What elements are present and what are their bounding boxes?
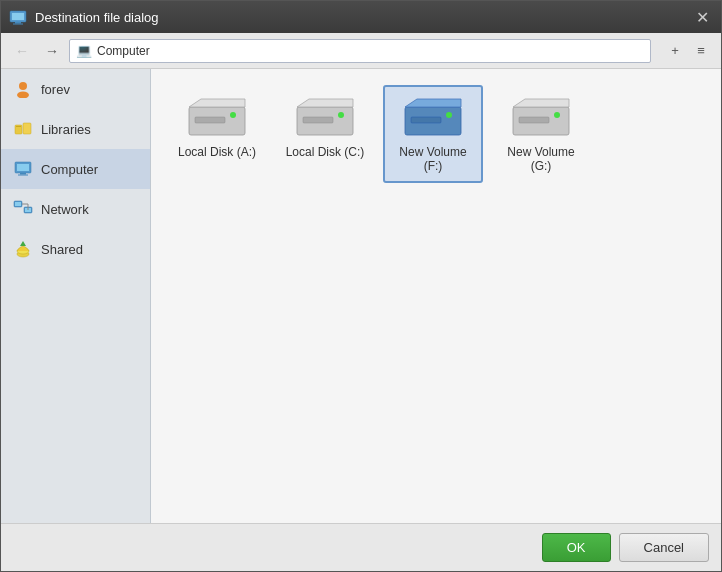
add-view-button[interactable]: + xyxy=(663,39,687,63)
disk-icon-c xyxy=(293,95,357,139)
svg-marker-23 xyxy=(189,99,245,107)
svg-marker-21 xyxy=(20,241,26,246)
svg-point-26 xyxy=(230,112,236,118)
sidebar-label-network: Network xyxy=(41,202,89,217)
ok-button[interactable]: OK xyxy=(542,533,611,562)
svg-point-38 xyxy=(554,112,560,118)
view-buttons: + ≡ xyxy=(663,39,713,63)
destination-file-dialog: Destination file dialog ✕ ← → 💻 Computer… xyxy=(0,0,722,572)
file-item-local-c[interactable]: Local Disk (C:) xyxy=(275,85,375,183)
svg-rect-37 xyxy=(519,117,549,123)
close-button[interactable]: ✕ xyxy=(691,6,713,28)
svg-rect-33 xyxy=(411,117,441,123)
file-label-local-c: Local Disk (C:) xyxy=(286,145,365,159)
sidebar-label-forev: forev xyxy=(41,82,70,97)
dialog-icon xyxy=(9,8,27,26)
svg-rect-25 xyxy=(195,117,225,123)
forward-button[interactable]: → xyxy=(39,38,65,64)
file-area: Local Disk (A:) Local Disk (C:) xyxy=(151,69,721,523)
main-content: forev Libraries xyxy=(1,69,721,523)
file-label-new-vol-f: New Volume (F:) xyxy=(391,145,475,173)
sidebar-item-shared[interactable]: Shared xyxy=(1,229,150,269)
svg-point-34 xyxy=(446,112,452,118)
svg-rect-3 xyxy=(13,24,23,25)
network-icon xyxy=(13,199,33,219)
libraries-icon xyxy=(13,119,33,139)
title-bar: Destination file dialog ✕ xyxy=(1,1,721,33)
svg-point-30 xyxy=(338,112,344,118)
svg-marker-36 xyxy=(513,99,569,107)
sidebar-item-computer[interactable]: Computer xyxy=(1,149,150,189)
svg-rect-14 xyxy=(15,202,21,206)
svg-rect-11 xyxy=(20,173,26,175)
computer-icon-sidebar xyxy=(13,159,33,179)
shared-icon xyxy=(13,239,33,259)
bottom-bar: OK Cancel xyxy=(1,523,721,571)
sidebar-item-forev[interactable]: forev xyxy=(1,69,150,109)
file-item-local-a[interactable]: Local Disk (A:) xyxy=(167,85,267,183)
sidebar-item-network[interactable]: Network xyxy=(1,189,150,229)
sidebar: forev Libraries xyxy=(1,69,151,523)
cancel-button[interactable]: Cancel xyxy=(619,533,709,562)
address-text: Computer xyxy=(97,44,150,58)
file-item-new-vol-f[interactable]: New Volume (F:) xyxy=(383,85,483,183)
back-button[interactable]: ← xyxy=(9,38,35,64)
sidebar-item-libraries[interactable]: Libraries xyxy=(1,109,150,149)
svg-rect-10 xyxy=(17,164,29,171)
svg-marker-32 xyxy=(405,99,461,107)
address-bar-icon: 💻 xyxy=(76,43,92,58)
sidebar-label-computer: Computer xyxy=(41,162,98,177)
svg-rect-1 xyxy=(12,13,24,20)
sidebar-label-libraries: Libraries xyxy=(41,122,91,137)
svg-point-5 xyxy=(17,92,29,99)
dialog-title: Destination file dialog xyxy=(35,10,691,25)
list-view-button[interactable]: ≡ xyxy=(689,39,713,63)
svg-marker-28 xyxy=(297,99,353,107)
user-icon xyxy=(13,79,33,99)
svg-rect-29 xyxy=(303,117,333,123)
file-label-local-a: Local Disk (A:) xyxy=(178,145,256,159)
sidebar-label-shared: Shared xyxy=(41,242,83,257)
toolbar: ← → 💻 Computer + ≡ xyxy=(1,33,721,69)
disk-icon-a xyxy=(185,95,249,139)
file-label-new-vol-g: New Volume (G:) xyxy=(499,145,583,173)
disk-icon-g xyxy=(509,95,573,139)
svg-rect-2 xyxy=(15,22,21,24)
svg-point-4 xyxy=(19,82,27,90)
disk-icon-f xyxy=(401,95,465,139)
svg-rect-8 xyxy=(16,126,21,127)
svg-rect-12 xyxy=(18,175,28,176)
svg-rect-7 xyxy=(23,123,31,134)
address-bar: 💻 Computer xyxy=(69,39,651,63)
file-item-new-vol-g[interactable]: New Volume (G:) xyxy=(491,85,591,183)
